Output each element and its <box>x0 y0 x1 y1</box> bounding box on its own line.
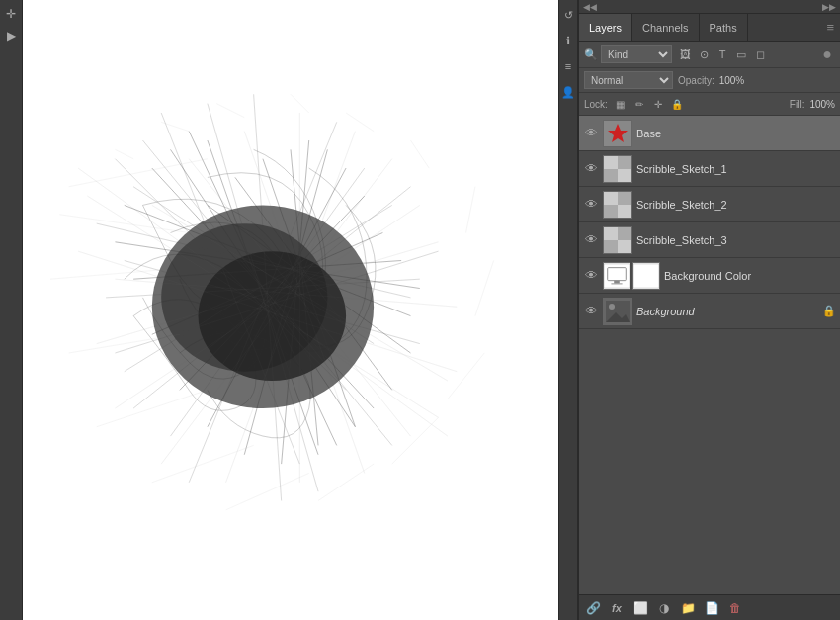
collapse-right-icon[interactable]: ▶▶ <box>822 2 836 12</box>
layer-scribble3-name: Scribble_Sketch_3 <box>636 234 836 246</box>
filter-smart-icon[interactable]: ◻ <box>752 46 768 62</box>
panel-top-bar: ◀◀ ▶▶ <box>579 0 840 14</box>
filter-image-icon[interactable]: 🖼 <box>677 46 693 62</box>
new-layer-button[interactable]: 📄 <box>703 599 720 617</box>
panel-tabs: Layers Channels Paths ≡ <box>579 14 840 42</box>
fill-label: Fill: <box>790 99 805 110</box>
info-icon[interactable]: ℹ <box>559 32 577 49</box>
layer-scribble1-visibility[interactable]: 👁 <box>583 161 599 177</box>
svg-rect-73 <box>618 205 631 218</box>
svg-point-85 <box>609 304 615 310</box>
layer-background-thumb <box>603 298 632 325</box>
svg-rect-80 <box>614 280 620 283</box>
arrange-icon[interactable]: ≡ <box>559 57 577 75</box>
right-panel: ◀◀ ▶▶ Layers Channels Paths ≡ 🔍 Kind Nam… <box>578 0 840 620</box>
svg-rect-81 <box>611 283 622 284</box>
layer-bg-color-thumb2 <box>632 262 660 290</box>
collapse-left-icon[interactable]: ◀◀ <box>583 2 597 12</box>
layer-base-name: Base <box>636 128 836 139</box>
opacity-label: Opacity: <box>678 75 714 86</box>
canvas-content <box>23 0 558 620</box>
svg-rect-68 <box>604 169 618 182</box>
svg-rect-72 <box>604 205 618 218</box>
svg-rect-76 <box>604 240 618 253</box>
svg-rect-67 <box>618 156 631 169</box>
tab-channels[interactable]: Channels <box>632 14 699 41</box>
blend-row: Normal Dissolve Multiply Screen Overlay … <box>579 68 840 93</box>
layer-base-thumb <box>603 120 632 147</box>
canvas-area <box>23 0 558 620</box>
search-icon: 🔍 <box>584 48 598 61</box>
filter-row: 🔍 Kind Name Effect Mode Attribute Color … <box>579 42 840 68</box>
mid-toolbar: ↺ ℹ ≡ 👤 <box>558 0 578 620</box>
panel-bottom-bar: 🔗 fx ⬜ ◑ 📁 📄 🗑 <box>579 594 840 620</box>
lock-transparent-icon[interactable]: ▦ <box>613 96 629 112</box>
layer-scribble3[interactable]: 👁 Scribble_Sketch_3 <box>579 222 840 258</box>
filter-toggle-icon[interactable]: ● <box>819 46 835 62</box>
layer-scribble2-thumb <box>603 191 632 219</box>
new-fill-layer-button[interactable]: ◑ <box>655 599 673 617</box>
lock-all-icon[interactable]: 🔒 <box>669 96 685 112</box>
filter-adjust-icon[interactable]: ⊙ <box>696 46 712 62</box>
left-toolbar: ✛ ▶ <box>0 0 23 620</box>
filter-shape-icon[interactable]: ▭ <box>733 46 749 62</box>
tab-paths[interactable]: Paths <box>700 14 748 41</box>
layer-scribble2[interactable]: 👁 Scribble_Sketch_2 <box>579 187 840 222</box>
blend-mode-select[interactable]: Normal Dissolve Multiply Screen Overlay <box>584 71 673 89</box>
layer-bg-color[interactable]: 👁 Background Color <box>579 258 840 294</box>
svg-rect-69 <box>618 169 631 182</box>
link-layers-button[interactable]: 🔗 <box>584 599 602 617</box>
layer-scribble2-visibility[interactable]: 👁 <box>583 197 599 213</box>
svg-rect-74 <box>604 227 618 240</box>
panel-menu-button[interactable]: ≡ <box>820 20 840 35</box>
layer-scribble1[interactable]: 👁 Scribble_Sketch_1 <box>579 151 840 187</box>
svg-rect-71 <box>618 192 631 205</box>
play-button[interactable]: ▶ <box>1 26 21 45</box>
layer-bg-color-name: Background Color <box>664 270 836 282</box>
svg-rect-82 <box>633 263 659 287</box>
layer-background-lock-icon: 🔒 <box>822 305 836 317</box>
layer-scribble1-thumb <box>603 155 632 183</box>
history-icon[interactable]: ↺ <box>559 6 577 24</box>
svg-rect-70 <box>604 192 618 205</box>
add-mask-button[interactable]: ⬜ <box>631 599 649 617</box>
add-layer-style-button[interactable]: fx <box>608 599 626 617</box>
layer-background-name: Background <box>636 306 818 317</box>
layer-scribble1-name: Scribble_Sketch_1 <box>636 163 836 175</box>
lock-row: Lock: ▦ ✏ ✛ 🔒 Fill: 100% <box>579 93 840 116</box>
fill-value: 100% <box>809 99 835 110</box>
layers-list: 👁 Base 👁 Scribble_Sketc <box>579 116 840 594</box>
lock-label: Lock: <box>584 99 608 110</box>
filter-icons: 🖼 ⊙ T ▭ ◻ <box>677 46 768 62</box>
sketch-svg <box>23 0 558 620</box>
layer-background-visibility[interactable]: 👁 <box>583 304 599 319</box>
layer-base[interactable]: 👁 Base <box>579 116 840 151</box>
layer-scribble3-visibility[interactable]: 👁 <box>583 232 599 248</box>
lock-icons: ▦ ✏ ✛ 🔒 <box>613 96 685 112</box>
layer-base-visibility[interactable]: 👁 <box>583 126 599 141</box>
user-icon[interactable]: 👤 <box>559 83 577 101</box>
layer-background[interactable]: 👁 Background 🔒 <box>579 294 840 329</box>
layer-scribble2-name: Scribble_Sketch_2 <box>636 199 836 211</box>
layer-bg-color-visibility[interactable]: 👁 <box>583 268 599 284</box>
filter-type-icon[interactable]: T <box>714 46 730 62</box>
svg-rect-75 <box>618 227 631 240</box>
move-tool[interactable]: ✛ <box>1 4 21 24</box>
tab-layers[interactable]: Layers <box>579 14 632 41</box>
delete-layer-button[interactable]: 🗑 <box>726 599 744 617</box>
svg-rect-77 <box>618 240 631 253</box>
filter-kind-select[interactable]: Kind Name Effect Mode Attribute Color <box>601 45 672 63</box>
new-group-button[interactable]: 📁 <box>679 599 697 617</box>
lock-position-icon[interactable]: ✛ <box>650 96 666 112</box>
opacity-value: 100% <box>719 75 745 86</box>
layer-bg-color-thumbs <box>603 262 660 290</box>
lock-image-icon[interactable]: ✏ <box>631 96 647 112</box>
svg-rect-66 <box>604 156 618 169</box>
layer-scribble3-thumb <box>603 226 632 254</box>
layer-bg-color-thumb1 <box>603 262 630 290</box>
